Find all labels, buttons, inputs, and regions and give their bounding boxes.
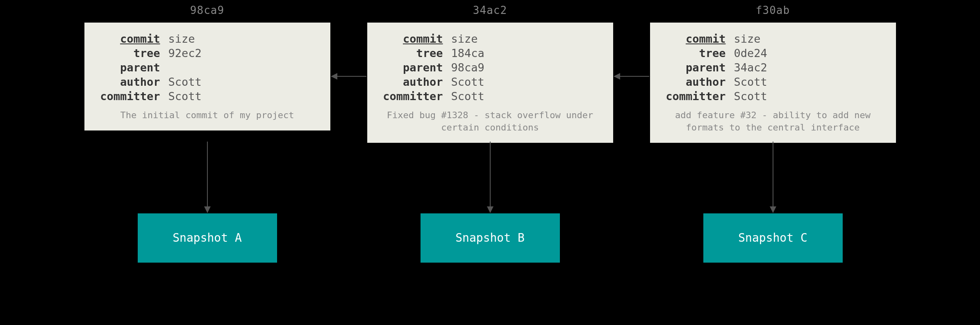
committer-field-value: Scott <box>734 89 884 103</box>
tree-field-value: 184ca <box>451 46 601 60</box>
tree-field-label: tree <box>380 46 451 60</box>
parent-arrow-icon <box>331 76 366 77</box>
author-field-label: author <box>97 75 168 89</box>
tree-field-label: tree <box>662 46 734 60</box>
commit-field-label: commit <box>97 32 168 46</box>
author-field-label: author <box>380 75 451 89</box>
committer-field-label: committer <box>662 89 734 103</box>
committer-field-value: Scott <box>451 89 601 103</box>
author-field-value: Scott <box>451 75 601 89</box>
commit-hash: f30ab <box>650 4 896 16</box>
committer-field-label: committer <box>380 89 451 103</box>
parent-field-label: parent <box>380 60 451 75</box>
tree-field-value: 92ec2 <box>168 46 318 60</box>
tree-field-label: tree <box>97 46 168 60</box>
author-field-label: author <box>662 75 734 89</box>
commit-field-label: commit <box>380 32 451 46</box>
committer-field-value: Scott <box>168 89 318 103</box>
commit-message: add feature #32 - ability to add new for… <box>662 109 884 133</box>
parent-field-value <box>168 60 318 75</box>
author-field-value: Scott <box>734 75 884 89</box>
parent-arrow-icon <box>614 76 649 77</box>
parent-field-label: parent <box>662 60 734 75</box>
commit-hash: 98ca9 <box>84 4 330 16</box>
commit-field-label: commit <box>662 32 734 46</box>
parent-field-value: 98ca9 <box>451 60 601 75</box>
committer-field-label: committer <box>97 89 168 103</box>
parent-field-label: parent <box>97 60 168 75</box>
commit-object-box: commitsizetree0de24parent34ac2authorScot… <box>650 23 896 143</box>
commit-field-value: size <box>168 32 318 46</box>
commit-message: Fixed bug #1328 - stack overflow under c… <box>380 109 601 133</box>
snapshot-arrow-icon <box>490 142 491 213</box>
commit-object-box: commitsizetree184caparent98ca9authorScot… <box>367 23 613 143</box>
snapshot-arrow-icon <box>207 142 208 213</box>
parent-field-value: 34ac2 <box>734 60 884 75</box>
snapshot-box: Snapshot A <box>138 213 277 263</box>
commit-hash: 34ac2 <box>367 4 613 16</box>
commit-object-box: commitsizetree92ec2parentauthorScottcomm… <box>84 23 330 130</box>
commit-field-value: size <box>734 32 884 46</box>
commit-message: The initial commit of my project <box>97 109 318 121</box>
snapshot-arrow-icon <box>773 142 773 213</box>
author-field-value: Scott <box>168 75 318 89</box>
commit-field-value: size <box>451 32 601 46</box>
snapshot-box: Snapshot B <box>421 213 560 263</box>
snapshot-box: Snapshot C <box>703 213 843 263</box>
tree-field-value: 0de24 <box>734 46 884 60</box>
